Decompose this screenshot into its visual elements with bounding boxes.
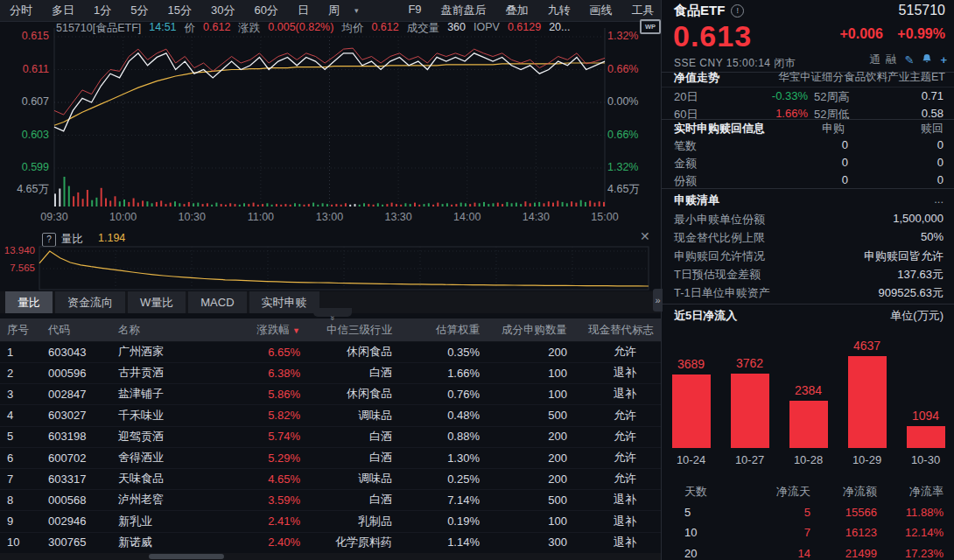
tab-W量比[interactable]: W量比 bbox=[128, 291, 186, 313]
toolbar-item-画线[interactable]: 画线 bbox=[580, 3, 622, 18]
table-cell: 1.14% bbox=[392, 536, 480, 549]
table-header-cell[interactable]: 成分申购数量 bbox=[480, 323, 567, 338]
table-cell: 广州酒家 bbox=[103, 344, 208, 360]
time-label: 10:30 bbox=[173, 211, 210, 223]
table-row[interactable]: 1603043广州酒家6.65%休闲食品0.35%200允许 bbox=[0, 341, 661, 363]
chevron-down-icon[interactable]: ▾ bbox=[349, 6, 364, 15]
period-tab-日[interactable]: 日 bbox=[288, 3, 319, 18]
table-cell: 0.48% bbox=[392, 409, 480, 422]
flow-bar-date: 10-29 bbox=[838, 453, 896, 466]
plus-icon[interactable]: + bbox=[940, 53, 947, 66]
volume-axis-label: 4.65万 bbox=[607, 182, 660, 197]
flows-cell: 7 bbox=[723, 526, 810, 539]
table-cell: 4.65% bbox=[208, 472, 300, 486]
collapse-chevron[interactable]: » bbox=[313, 308, 352, 317]
sort-desc-icon: ▼ bbox=[292, 326, 300, 335]
flows-cell: 16123 bbox=[810, 526, 877, 539]
table-cell: 千禾味业 bbox=[103, 408, 208, 424]
flow-bar-date: 10-28 bbox=[779, 453, 838, 466]
toolbar-item-九转[interactable]: 九转 bbox=[538, 3, 580, 18]
flow-bar-column: 4637 bbox=[838, 327, 896, 448]
table-row[interactable]: 2000596古井贡酒6.38%白酒1.66%100退补 bbox=[0, 362, 661, 384]
table-header-cell[interactable]: 名称 bbox=[103, 323, 208, 338]
flows-row[interactable]: 1071612312.14% bbox=[662, 522, 954, 543]
flows-header-cell: 净流率 bbox=[877, 484, 954, 500]
table-cell: 化学原料药 bbox=[300, 535, 392, 550]
table-row[interactable]: 9002946新乳业2.41%乳制品0.19%100退补 bbox=[0, 511, 661, 533]
flow-bar-column: 3689 bbox=[662, 327, 720, 448]
tab-MACD[interactable]: MACD bbox=[188, 291, 246, 313]
table-cell: 200 bbox=[480, 452, 567, 465]
info-icon[interactable]: ! bbox=[731, 4, 744, 18]
table-header-cell[interactable]: 中信三级行业 bbox=[300, 323, 392, 338]
badge-通: 通 bbox=[870, 53, 881, 66]
indicator-axis-label: 7.565 bbox=[0, 262, 35, 273]
indicator-axis-label: 13.940 bbox=[0, 245, 35, 256]
flows-header-cell: 净流额 bbox=[810, 484, 877, 500]
table-header-cell[interactable]: 涨跌幅▼ bbox=[208, 323, 300, 338]
table-cell: 200 bbox=[480, 346, 567, 359]
list-row: 现金替代比例上限50% bbox=[662, 230, 954, 248]
axis-label: 0.615 bbox=[0, 30, 49, 42]
panel-collapse-handle[interactable]: » bbox=[653, 289, 663, 312]
table-header-cell[interactable]: 代码 bbox=[35, 323, 103, 338]
table-cell: 0.19% bbox=[392, 514, 480, 528]
tab-量比[interactable]: 量比 bbox=[5, 291, 53, 313]
flows-row[interactable]: 551556611.88% bbox=[662, 501, 954, 522]
table-cell: 200 bbox=[480, 472, 567, 486]
period-tab-多日[interactable]: 多日 bbox=[42, 3, 84, 18]
table-cell: 000568 bbox=[35, 494, 103, 507]
table-cell: 退补 bbox=[567, 365, 661, 381]
tab-实时申赎[interactable]: 实时申赎 bbox=[249, 291, 319, 313]
period-tab-分时[interactable]: 分时 bbox=[0, 3, 42, 18]
more-ellipsis[interactable]: ... bbox=[934, 192, 943, 206]
time-label: 13:00 bbox=[312, 211, 348, 223]
flow-bar-value: 4637 bbox=[853, 339, 880, 353]
period-tab-60分[interactable]: 60分 bbox=[244, 3, 287, 18]
quote-action-icons: 通融 ✎ + bbox=[865, 52, 948, 67]
table-cell: 迎驾贡酒 bbox=[103, 429, 208, 444]
toolbar-item-工具[interactable]: 工具 bbox=[622, 3, 664, 18]
period-tab-周[interactable]: 周 bbox=[319, 3, 349, 18]
flows-cell: 14 bbox=[723, 547, 810, 560]
table-cell: 乳制品 bbox=[300, 514, 392, 529]
table-row[interactable]: 10300765新诺威2.40%化学原料药1.14%300退补 bbox=[0, 532, 661, 554]
list-row: 申购赎回允许情况申购赎回皆允许 bbox=[662, 248, 954, 266]
divider bbox=[662, 188, 954, 189]
table-cell: 2.40% bbox=[208, 536, 300, 549]
table-row[interactable]: 8000568泸州老窖3.59%白酒7.14%500退补 bbox=[0, 489, 661, 511]
list-row: T日预估现金差额137.63元 bbox=[662, 267, 954, 284]
period-tab-15分[interactable]: 15分 bbox=[158, 3, 200, 18]
table-cell: 002847 bbox=[35, 388, 103, 401]
table-header-cell[interactable]: 估算权重 bbox=[392, 323, 480, 338]
flows-cell: 20 bbox=[662, 547, 723, 560]
table-row[interactable]: 6600702舍得酒业5.29%白酒1.30%200允许 bbox=[0, 447, 661, 469]
flow-bar-date: 10-27 bbox=[720, 453, 779, 466]
toolbar-item-盘前盘后[interactable]: 盘前盘后 bbox=[431, 3, 496, 18]
table-header-cell[interactable]: 序号 bbox=[0, 323, 35, 338]
table-cell: 5.74% bbox=[208, 430, 300, 443]
flows-row[interactable]: 20142149917.23% bbox=[662, 542, 954, 560]
table-row[interactable]: 5603198迎驾贡酒5.74%白酒0.88%200允许 bbox=[0, 426, 661, 448]
period-tab-1分[interactable]: 1分 bbox=[84, 3, 121, 18]
table-cell: 0.76% bbox=[392, 388, 480, 401]
table-cell: 白酒 bbox=[300, 429, 392, 444]
flow-bar-date: 10-24 bbox=[662, 453, 720, 466]
bell-icon[interactable] bbox=[922, 53, 932, 66]
table-row[interactable]: 7603317天味食品4.65%调味品0.25%200允许 bbox=[0, 468, 661, 490]
table-cell: 允许 bbox=[567, 471, 661, 486]
flows-cell: 12.14% bbox=[877, 526, 954, 539]
table-row[interactable]: 4603027千禾味业5.82%调味品0.48%500允许 bbox=[0, 405, 661, 427]
pencil-icon[interactable]: ✎ bbox=[905, 53, 915, 66]
period-tab-5分[interactable]: 5分 bbox=[121, 3, 158, 18]
table-cell: 退补 bbox=[567, 492, 661, 508]
period-tab-30分[interactable]: 30分 bbox=[201, 3, 244, 18]
toolbar-item-F9[interactable]: F9 bbox=[398, 3, 431, 18]
tab-资金流向[interactable]: 资金流向 bbox=[55, 291, 125, 313]
table-row[interactable]: 3002847盐津铺子5.86%休闲食品0.76%100退补 bbox=[0, 383, 661, 405]
table-header-cell[interactable]: 现金替代标志 bbox=[567, 323, 661, 338]
toolbar-item-叠加[interactable]: 叠加 bbox=[496, 3, 538, 18]
flow-bar bbox=[672, 374, 711, 448]
scrollbar-thumb[interactable] bbox=[149, 554, 224, 559]
horizontal-scrollbar[interactable] bbox=[0, 553, 661, 560]
